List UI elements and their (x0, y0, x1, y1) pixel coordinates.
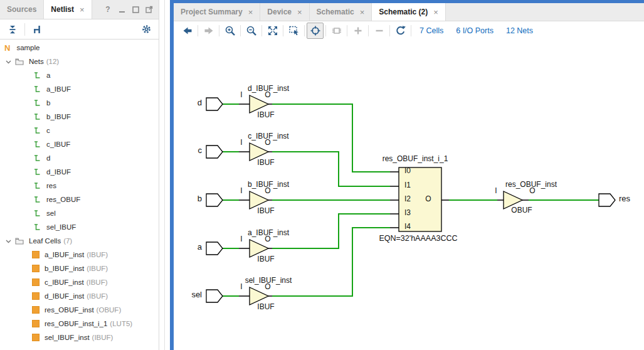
tab-device[interactable]: Device × (260, 3, 309, 21)
pin-label-i: I (235, 139, 248, 147)
regenerate-layout-icon[interactable] (392, 23, 409, 39)
lut-pin-label: I3 (404, 209, 421, 218)
pin-label-o: O (261, 283, 274, 292)
input-port-c[interactable] (206, 146, 223, 158)
tree-net-item[interactable]: res_OBUF (0, 193, 159, 206)
tree-net-item[interactable]: c (0, 124, 159, 137)
pin-label-o: O (261, 139, 274, 147)
panel-window-controls: ? (104, 0, 159, 19)
output-port-res[interactable] (599, 194, 615, 206)
port-label: b (174, 194, 202, 204)
close-icon[interactable]: × (297, 8, 302, 17)
settings-gear-icon[interactable] (139, 23, 153, 36)
back-icon[interactable] (179, 23, 196, 39)
tab-sources-label: Sources (7, 5, 36, 14)
input-port-a[interactable] (206, 242, 223, 255)
port-label: d (174, 98, 202, 108)
zoom-fit-icon[interactable] (264, 23, 281, 39)
tree-group-count: (12) (46, 58, 59, 65)
pin-label-i: I (235, 187, 248, 196)
zoom-to-selection-icon[interactable] (285, 23, 302, 39)
tab-schematic-2[interactable]: Schematic (2) × (372, 3, 446, 21)
tree-cell-item[interactable]: a_IBUF_inst(IBUF) (0, 248, 159, 262)
zoom-out-icon[interactable] (243, 23, 260, 39)
tree-net-item[interactable]: a (0, 68, 159, 82)
schematic-toolbar: 7 Cells 6 I/O Ports 12 Nets (174, 21, 644, 40)
schematic-canvas[interactable]: d d_IBUF_inst I O IBUF c c_IBUF_inst I O… (174, 39, 644, 350)
net-icon (33, 168, 41, 176)
tree-net-item[interactable]: sel_IBUF (0, 220, 159, 234)
lut-out-pin-label: O (422, 195, 435, 204)
pin-label-o: O (261, 235, 274, 244)
schematic-window: Project Summary × Device × Schematic × S… (174, 3, 644, 350)
net-icon (33, 85, 41, 93)
port-label: c (174, 146, 202, 156)
tree-root-label: sample (16, 44, 40, 51)
cells-link[interactable]: 7 Cells (420, 26, 443, 35)
tree-net-item[interactable]: b (0, 96, 159, 110)
net-icon (33, 127, 41, 135)
tree-net-item[interactable]: c_IBUF (0, 137, 159, 151)
show-hierarchy-icon[interactable] (30, 23, 44, 36)
lut-pin-label: I2 (404, 195, 421, 204)
maximize-icon[interactable] (132, 6, 139, 13)
zoom-in-icon[interactable] (221, 23, 238, 39)
port-label-res: res (619, 194, 644, 204)
autofit-selection-icon[interactable] (307, 23, 324, 39)
netlist-panel: Sources Netlist × ? (0, 0, 159, 350)
tab-schematic[interactable]: Schematic × (310, 3, 372, 21)
io-ports-link[interactable]: 6 I/O Ports (456, 26, 494, 35)
collapse-all-icon[interactable] (6, 23, 19, 36)
tree-net-item[interactable]: d_IBUF (0, 165, 159, 179)
remove-from-schematic-icon[interactable] (371, 23, 388, 39)
close-icon[interactable]: × (80, 5, 85, 14)
cell-icon (32, 306, 40, 314)
float-icon[interactable] (145, 6, 153, 13)
input-port-b[interactable] (206, 194, 223, 206)
tree-group-count: (7) (63, 237, 72, 245)
tree-cell-item[interactable]: res_OBUF_inst_i_1(LUT5) (0, 317, 159, 331)
tree-root-sample[interactable]: N sample (0, 41, 159, 55)
tree-net-item[interactable]: b_IBUF (0, 110, 159, 124)
help-icon[interactable]: ? (104, 6, 112, 13)
input-port-d[interactable] (206, 98, 223, 110)
chevron-down-icon[interactable] (6, 238, 11, 244)
folder-icon (15, 58, 24, 65)
tree-cell-item[interactable]: res_OBUF_inst(OBUF) (0, 303, 159, 317)
tree-group-leaf-cells[interactable]: Leaf Cells (7) (0, 234, 159, 248)
cell-icon (32, 292, 40, 300)
chevron-down-icon[interactable] (6, 59, 11, 65)
tree-cell-item[interactable]: sel_IBUF_inst(IBUF) (0, 331, 159, 344)
tab-netlist[interactable]: Netlist × (44, 0, 92, 19)
tab-sources[interactable]: Sources (0, 0, 44, 19)
panel-splitter[interactable] (164, 0, 165, 350)
tree-net-item[interactable]: sel (0, 206, 159, 220)
net-icon (33, 154, 41, 162)
tree-cell-item[interactable]: d_IBUF_inst(IBUF) (0, 289, 159, 303)
net-icon (33, 141, 41, 149)
cell-type-label: OBUF (503, 206, 541, 215)
input-port-sel[interactable] (206, 290, 223, 302)
close-icon[interactable]: × (360, 8, 365, 17)
minimize-icon[interactable] (118, 6, 125, 13)
nets-link[interactable]: 12 Nets (506, 26, 533, 35)
add-to-schematic-icon[interactable] (349, 23, 366, 39)
tree-cell-item[interactable]: c_IBUF_inst(IBUF) (0, 275, 159, 289)
show-connectivity-icon[interactable] (328, 23, 345, 39)
tree-cell-item[interactable]: b_IBUF_inst(IBUF) (0, 262, 159, 275)
tree-net-item[interactable]: a_IBUF (0, 82, 159, 96)
tab-project-summary[interactable]: Project Summary × (174, 3, 260, 21)
cell-type-label: IBUF (247, 111, 285, 120)
close-icon[interactable]: × (433, 8, 438, 17)
left-tabbar: Sources Netlist × ? (0, 0, 159, 19)
forward-icon[interactable] (200, 23, 217, 39)
pin-label-i: I (235, 283, 248, 292)
net-icon (33, 196, 41, 204)
tree-net-item[interactable]: res (0, 179, 159, 193)
close-icon[interactable]: × (248, 8, 253, 17)
pin-label-i: I (490, 187, 502, 196)
tree-net-item[interactable]: d (0, 151, 159, 165)
tree-group-label: Nets (29, 58, 44, 65)
tree-group-nets[interactable]: Nets (12) (0, 55, 159, 68)
net-icon (33, 72, 41, 80)
